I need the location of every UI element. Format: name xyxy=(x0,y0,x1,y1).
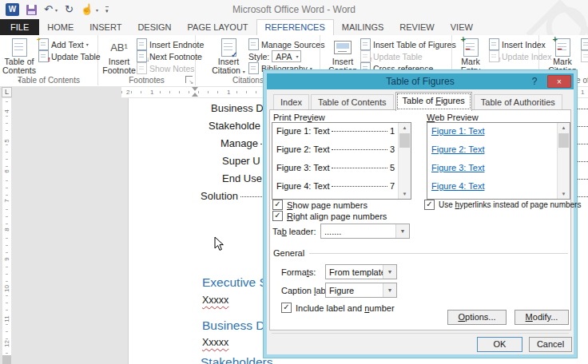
add-text-button[interactable]: + Add Text▾ xyxy=(37,38,102,50)
undo-dropdown-icon[interactable]: ▾ xyxy=(55,7,58,13)
insert-endnote-icon xyxy=(137,38,147,50)
heading-executive-summary: Executive S xyxy=(202,275,268,290)
print-preview-row: Figure 3: Text5 xyxy=(272,160,411,178)
touch-mode-icon[interactable]: ☝ xyxy=(81,4,93,15)
word-app-icon[interactable]: W xyxy=(6,3,19,16)
tab-view[interactable]: VIEW xyxy=(443,20,481,35)
dialog-tab-table-of-authorities[interactable]: Table of Authorities xyxy=(474,94,562,110)
use-hyperlinks-checkbox[interactable]: ✓ Use hyperlinks instead of page numbers xyxy=(424,200,581,210)
group-label-toc: Table of Contents xyxy=(0,75,97,85)
manage-sources-button[interactable]: Manage Sources xyxy=(247,38,326,50)
dialog-panel: Print Preview Figure 1: Text1 Figure 2: … xyxy=(269,109,571,330)
update-table-button[interactable]: ! Update Table xyxy=(37,50,102,62)
web-preview-row: Figure 3: Text xyxy=(427,160,570,178)
print-preview-box: Figure 1: Text1 Figure 2: Text3 Figure 3… xyxy=(272,122,411,200)
include-label-number-checkbox[interactable]: ✓ Include label and number xyxy=(281,303,395,313)
tab-home[interactable]: HOME xyxy=(39,20,81,35)
dialog-tabs: Index Table of Contents Table of Figures… xyxy=(273,92,564,110)
show-page-numbers-checkbox[interactable]: ✓ Show page numbers xyxy=(272,200,368,210)
insert-table-of-authorities-button[interactable]: Insert Table of Authorities xyxy=(579,38,588,50)
tab-references[interactable]: REFERENCES xyxy=(256,19,334,35)
group-table-of-contents: Table of Contents ▾ + Add Text▾ ! Update… xyxy=(0,35,98,85)
table-of-contents-icon xyxy=(12,38,27,57)
tab-leader-label: Tab leader: xyxy=(272,227,316,236)
insert-table-of-authorities-icon xyxy=(581,38,588,50)
footnotes-dialog-launcher-icon[interactable] xyxy=(185,76,193,83)
chevron-down-icon[interactable]: ▼ xyxy=(383,265,396,279)
bibliography-icon xyxy=(248,62,259,74)
dialog-help-button[interactable]: ? xyxy=(528,73,541,89)
ok-button[interactable]: OK xyxy=(477,337,522,352)
scroll-down-icon[interactable]: ▼ xyxy=(558,189,570,199)
scrollbar-thumb[interactable] xyxy=(399,133,410,148)
update-table-captions-icon: ! xyxy=(360,50,371,62)
indent-marker[interactable] xyxy=(192,87,199,97)
tab-file[interactable]: FILE xyxy=(0,19,39,35)
titlebar: W ↶▾ ↻ ☝▾ ▾ Microsoft Office Word - Word xyxy=(0,0,588,19)
scroll-up-icon[interactable]: ▲ xyxy=(399,123,411,133)
tab-review[interactable]: REVIEW xyxy=(391,20,442,35)
placeholder-text: Xxxxx xyxy=(202,295,228,306)
undo-icon[interactable]: ↶ xyxy=(44,4,53,15)
caption-label-combo[interactable]: Figure ▼ xyxy=(325,283,397,298)
formats-combo[interactable]: From template ▼ xyxy=(325,264,397,279)
dialog-close-button[interactable]: × xyxy=(547,75,571,88)
update-table-of-authorities-icon: ! xyxy=(581,50,588,62)
insert-citation-button[interactable]: ✓ Insert Citation ▾ xyxy=(210,35,247,77)
web-preview-row: Figure 2: Text xyxy=(427,141,570,160)
placeholder-text: Xxxxx xyxy=(202,337,228,348)
modify-button[interactable]: Modify... xyxy=(514,310,569,325)
print-preview-row: Figure 4: Text7 xyxy=(272,178,411,196)
save-icon[interactable] xyxy=(26,5,37,15)
mouse-cursor xyxy=(214,236,224,251)
word-window: W ↶▾ ↻ ☝▾ ▾ Microsoft Office Word - Word… xyxy=(0,0,588,364)
heading-business-description: Business De xyxy=(202,318,272,333)
print-preview-row: Figure 2: Text3 xyxy=(272,141,411,160)
print-preview-scrollbar[interactable]: ▲ ▼ xyxy=(398,123,411,199)
dialog-tab-index[interactable]: Index xyxy=(273,94,309,110)
web-preview-row: Figure 1: Text xyxy=(427,123,570,141)
redo-icon[interactable]: ↻ xyxy=(65,4,74,15)
heading-stakeholders: Stakeholders xyxy=(201,355,272,364)
tab-page-layout[interactable]: PAGE LAYOUT xyxy=(180,20,256,35)
add-text-icon: + xyxy=(38,38,49,50)
mark-citation-button[interactable]: +– Mark Citation xyxy=(546,35,579,75)
group-footnotes: AB¹ Insert Footnote Insert Endnote ↓ Nex… xyxy=(98,35,196,85)
checkbox-checked[interactable]: ✓ xyxy=(272,211,283,221)
mark-citation-icon: +– xyxy=(555,38,570,57)
vertical-ruler[interactable]: 4 5 6 7 8 9 10 11 12 xyxy=(2,98,11,364)
dialog-tab-table-of-figures[interactable]: Table of Figures xyxy=(395,92,472,111)
checkbox-checked[interactable]: ✓ xyxy=(281,303,292,313)
customize-qat-icon[interactable]: ▾ xyxy=(105,6,109,14)
print-preview-row: Figure 1: Text1 xyxy=(272,123,411,141)
tab-design[interactable]: DESIGN xyxy=(129,20,179,35)
dialog-tab-table-of-contents[interactable]: Table of Contents xyxy=(311,94,394,110)
mark-entry-button[interactable]: +– Mark Entry xyxy=(454,35,487,75)
style-combo[interactable]: APA▾ xyxy=(272,50,300,62)
checkbox-checked[interactable]: ✓ xyxy=(272,200,283,210)
insert-table-of-figures-button[interactable]: Insert Table of Figures xyxy=(359,38,458,50)
tab-insert[interactable]: INSERT xyxy=(81,20,129,35)
scroll-down-icon[interactable]: ▼ xyxy=(399,189,411,199)
tab-mailings[interactable]: MAILINGS xyxy=(334,20,392,35)
formats-label: Formats: xyxy=(281,267,316,277)
insert-footnote-button[interactable]: AB¹ Insert Footnote xyxy=(103,35,135,75)
dialog-divider xyxy=(272,333,569,334)
insert-caption-button[interactable]: Insert Caption xyxy=(327,35,359,75)
tab-selector[interactable]: L xyxy=(2,87,12,97)
style-selector[interactable]: Style: APA▾ xyxy=(247,50,326,62)
cancel-button[interactable]: Cancel xyxy=(529,337,572,352)
update-table-icon: ! xyxy=(38,50,49,62)
touch-mode-dropdown-icon[interactable]: ▾ xyxy=(96,7,98,13)
chevron-down-icon[interactable]: ▼ xyxy=(383,283,396,297)
next-footnote-icon: ↓ xyxy=(137,50,147,62)
tab-leader-combo[interactable]: ....... ▼ xyxy=(320,224,410,239)
checkbox-checked[interactable]: ✓ xyxy=(424,200,435,210)
web-preview-scrollbar[interactable]: ▲ ▼ xyxy=(557,123,570,199)
right-align-page-numbers-checkbox[interactable]: ✓ Right align page numbers xyxy=(272,211,387,221)
chevron-down-icon[interactable]: ▼ xyxy=(395,224,409,238)
update-index-icon: ! xyxy=(489,50,499,62)
scrollbar-thumb[interactable] xyxy=(558,133,569,148)
scroll-up-icon[interactable]: ▲ xyxy=(558,123,570,133)
options-button[interactable]: Options... xyxy=(447,310,507,325)
